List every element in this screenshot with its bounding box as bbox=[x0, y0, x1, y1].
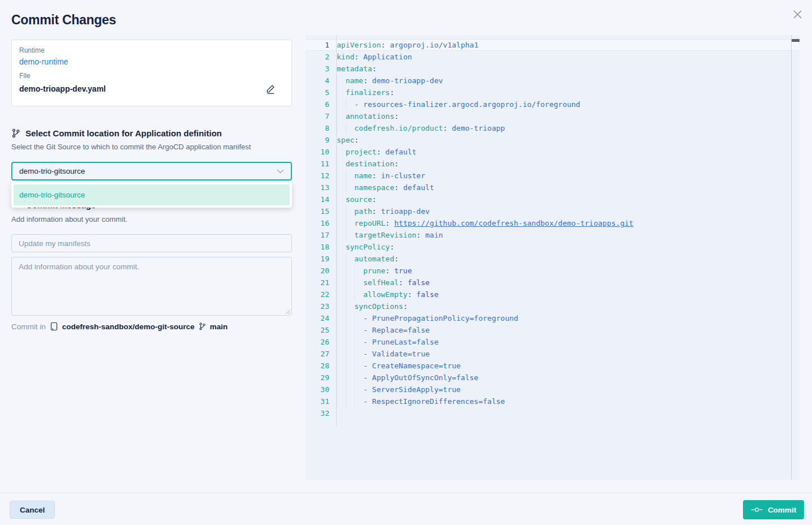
runtime-link[interactable]: demo-runtime bbox=[19, 57, 68, 66]
line-number: 4 bbox=[306, 75, 336, 87]
indent-guide bbox=[337, 312, 346, 324]
code-line[interactable]: 24- PrunePropagationPolicy=foreground bbox=[306, 312, 800, 324]
code-token: : bbox=[416, 231, 421, 239]
code-line[interactable]: 29- ApplyOutOfSyncOnly=false bbox=[306, 372, 800, 384]
code-token: : bbox=[363, 76, 368, 85]
code-token: : bbox=[372, 195, 377, 204]
code-line[interactable]: 31- RespectIgnoreDifferences=false bbox=[306, 395, 800, 407]
indent-guide bbox=[346, 253, 355, 265]
close-button[interactable] bbox=[790, 7, 805, 21]
code-line[interactable]: 18syncPolicy: bbox=[306, 241, 800, 253]
indent-guide bbox=[337, 336, 346, 348]
code-line[interactable]: 7annotations: bbox=[306, 110, 800, 122]
line-number: 2 bbox=[306, 51, 336, 63]
cancel-button[interactable]: Cancel bbox=[10, 501, 55, 519]
indent-guide bbox=[354, 360, 363, 372]
code-line[interactable]: 5finalizers: bbox=[306, 87, 800, 98]
indent-guide bbox=[337, 289, 346, 300]
code-token: : bbox=[403, 302, 407, 311]
code-line[interactable]: 16repoURL: https://github.com/codefresh-… bbox=[306, 217, 800, 229]
code-token: main bbox=[421, 231, 443, 239]
code-line[interactable]: 2kind: Application bbox=[306, 51, 800, 63]
code-line[interactable]: 25- Replace=false bbox=[306, 324, 800, 336]
line-number: 31 bbox=[306, 395, 336, 407]
commit-button[interactable]: Commit bbox=[743, 500, 804, 519]
commit-location-description: Select the Git Source to which to commit… bbox=[11, 143, 251, 151]
code-token: - PrunePropagationPolicy=foreground bbox=[363, 314, 518, 322]
close-icon bbox=[793, 10, 802, 19]
code-line[interactable]: 17targetRevision: main bbox=[306, 229, 800, 241]
code-token: namespace bbox=[354, 183, 394, 192]
code-token: : bbox=[385, 219, 390, 227]
code-token: finalizers bbox=[346, 88, 390, 97]
code-line[interactable]: 14source: bbox=[306, 193, 800, 205]
commit-summary-input[interactable] bbox=[11, 234, 292, 252]
code-line[interactable]: 11destination: bbox=[306, 158, 800, 170]
code-link[interactable]: https://github.com/codefresh-sandbox/dem… bbox=[394, 219, 634, 227]
code-line[interactable]: 8codefresh.io/product: demo-trioapp bbox=[306, 122, 800, 134]
indent-guide bbox=[337, 75, 346, 87]
code-line[interactable]: 1apiVersion: argoproj.io/v1alpha1 bbox=[306, 39, 800, 51]
code-line[interactable]: 27- Validate=true bbox=[306, 348, 800, 360]
code-line[interactable]: 26- PruneLast=false bbox=[306, 336, 800, 348]
code-line[interactable]: 3metadata: bbox=[306, 63, 800, 75]
line-number: 6 bbox=[306, 98, 336, 110]
code-line[interactable]: 22allowEmpty: false bbox=[306, 289, 800, 300]
code-line[interactable]: 12name: in-cluster bbox=[306, 170, 800, 182]
commit-description-textarea[interactable] bbox=[11, 257, 292, 316]
code-line[interactable]: 9spec: bbox=[306, 134, 800, 146]
code-line[interactable]: 30- ServerSideApply=true bbox=[306, 384, 800, 395]
code-token: : bbox=[407, 290, 412, 299]
code-token: : bbox=[354, 53, 359, 61]
scrollbar-thumb[interactable] bbox=[792, 39, 800, 42]
indent-guide bbox=[346, 336, 355, 348]
code-token: : bbox=[394, 160, 399, 168]
code-token: selfHeal bbox=[363, 278, 399, 287]
code-token: codefresh.io/product bbox=[354, 124, 443, 132]
code-token: default bbox=[381, 148, 416, 156]
indent-guide bbox=[337, 348, 346, 360]
indent-guide bbox=[346, 217, 355, 229]
indent-guide bbox=[337, 158, 346, 170]
code-token: : bbox=[381, 41, 385, 49]
line-number: 11 bbox=[306, 158, 336, 170]
code-line[interactable]: 15path: trioapp-dev bbox=[306, 205, 800, 217]
code-line[interactable]: 28- CreateNamespace=true bbox=[306, 360, 800, 372]
runtime-file-card: Runtime demo-runtime File demo-trioapp-d… bbox=[11, 40, 292, 106]
indent-guide bbox=[337, 170, 346, 182]
gitsource-option[interactable]: demo-trio-gitsource bbox=[14, 184, 290, 205]
indent-guide bbox=[346, 229, 355, 241]
commit-target-row: Commit in codefresh-sandbox/demo-git-sou… bbox=[11, 322, 227, 331]
indent-guide bbox=[337, 300, 346, 312]
code-token: - ApplyOutOfSyncOnly=false bbox=[363, 373, 479, 382]
code-token: : bbox=[390, 243, 394, 251]
code-token: demo-trioapp bbox=[448, 124, 505, 132]
commit-location-heading-text: Select Commit location for Application d… bbox=[25, 128, 222, 138]
code-line[interactable]: 13namespace: default bbox=[306, 182, 800, 193]
line-number: 19 bbox=[306, 253, 336, 265]
runtime-label: Runtime bbox=[19, 46, 284, 54]
code-lines: 1apiVersion: argoproj.io/v1alpha12kind: … bbox=[306, 35, 800, 419]
indent-guide bbox=[337, 146, 346, 158]
edit-file-icon[interactable] bbox=[265, 83, 276, 94]
code-line[interactable]: 10project: default bbox=[306, 146, 800, 158]
yaml-editor[interactable]: 1apiVersion: argoproj.io/v1alpha12kind: … bbox=[306, 35, 800, 480]
code-token: trioapp-dev bbox=[376, 207, 429, 216]
line-number: 10 bbox=[306, 146, 336, 158]
line-number: 25 bbox=[306, 324, 336, 336]
line-number: 12 bbox=[306, 170, 336, 182]
code-line[interactable]: 21selfHeal: false bbox=[306, 277, 800, 289]
code-line[interactable]: 19automated: bbox=[306, 253, 800, 265]
code-line[interactable]: 6- resources-finalizer.argocd.argoproj.i… bbox=[306, 98, 800, 110]
indent-guide bbox=[346, 300, 355, 312]
gitsource-select[interactable]: demo-trio-gitsource bbox=[11, 162, 292, 180]
code-line[interactable]: 4name: demo-trioapp-dev bbox=[306, 75, 800, 87]
chevron-down-icon bbox=[277, 169, 284, 174]
indent-guide bbox=[337, 122, 346, 134]
line-number: 24 bbox=[306, 312, 336, 324]
git-commit-icon bbox=[751, 507, 763, 513]
code-line[interactable]: 32 bbox=[306, 407, 800, 419]
code-line[interactable]: 20prune: true bbox=[306, 265, 800, 277]
code-line[interactable]: 23syncOptions: bbox=[306, 300, 800, 312]
commit-message-description: Add information about your commit. bbox=[11, 215, 127, 223]
